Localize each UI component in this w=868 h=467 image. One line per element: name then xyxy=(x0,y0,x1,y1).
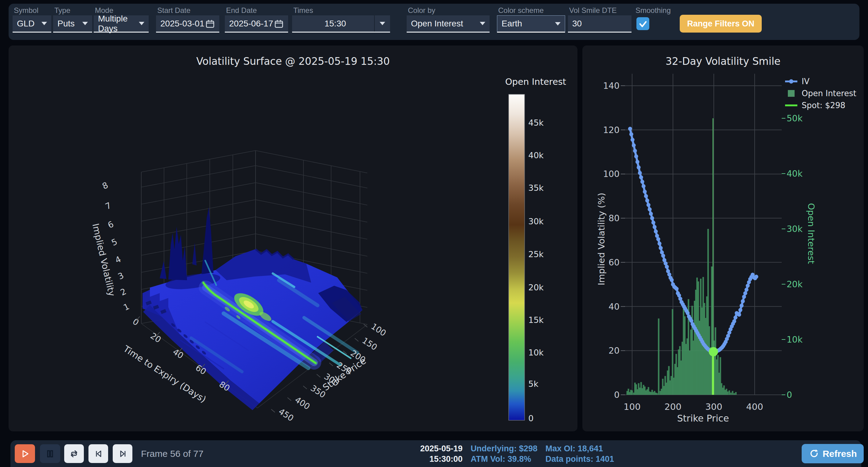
svg-text:10k: 10k xyxy=(786,335,803,345)
range-filters-button[interactable]: Range Filters ON xyxy=(680,15,762,33)
iv-marker xyxy=(636,160,640,164)
iv-marker xyxy=(732,319,736,323)
svg-text:5k: 5k xyxy=(528,379,538,388)
volatility-surface-plot[interactable]: 8765432102040608010015020025030035040045… xyxy=(9,45,578,431)
svg-text:300: 300 xyxy=(705,402,722,412)
iv-marker xyxy=(741,299,745,303)
surface-axis-labels: 8765432102040608010015020025030035040045… xyxy=(90,76,566,423)
times-caret-cell[interactable] xyxy=(374,15,390,32)
status-date: 2025-05-19 xyxy=(420,443,463,454)
svg-text:200: 200 xyxy=(664,402,681,412)
iv-line-swatch-icon xyxy=(784,78,798,85)
svg-text:8: 8 xyxy=(101,180,110,191)
pause-button[interactable] xyxy=(40,444,60,463)
volatility-surface-panel: Volatility Surface @ 2025-05-19 15:30 xyxy=(9,45,578,431)
start-date-input[interactable]: 2025-03-01 xyxy=(156,15,219,33)
iv-marker xyxy=(734,315,738,319)
type-select[interactable]: Puts xyxy=(53,15,92,33)
chevron-down-icon xyxy=(82,22,88,25)
refresh-label: Refresh xyxy=(823,448,857,459)
play-icon xyxy=(20,448,30,459)
svg-text:20: 20 xyxy=(609,346,620,356)
iv-marker xyxy=(745,287,748,291)
iv-marker xyxy=(661,254,665,258)
svg-text:80: 80 xyxy=(609,213,620,223)
svg-text:0: 0 xyxy=(614,390,620,400)
svg-text:400: 400 xyxy=(746,402,763,412)
prev-frame-button[interactable] xyxy=(89,444,108,463)
iv-marker xyxy=(654,229,658,234)
symbol-value: GLD xyxy=(17,19,35,29)
iv-marker xyxy=(656,237,660,241)
end-date-value: 2025-06-17 xyxy=(229,19,273,29)
app: Symbol GLD Type Puts Mode Multiple Days … xyxy=(0,0,868,467)
iv-marker xyxy=(670,278,674,282)
oi-bar xyxy=(730,393,732,395)
svg-text:100: 100 xyxy=(623,402,641,412)
smoothing-checkbox[interactable] xyxy=(637,17,649,30)
loop-icon xyxy=(68,448,80,459)
legend-item-iv[interactable]: IV xyxy=(784,77,856,86)
status-underlying: Underlying: $298 xyxy=(470,443,537,454)
vol-smile-dte-value: 30 xyxy=(572,19,582,29)
iv-marker xyxy=(634,154,638,158)
svg-text:3: 3 xyxy=(116,270,125,281)
start-date-label: Start Date xyxy=(157,6,190,15)
color-scheme-select[interactable]: Earth xyxy=(497,15,565,33)
loop-button[interactable] xyxy=(64,444,84,463)
legend-item-open-interest[interactable]: Open Interest xyxy=(784,89,856,98)
symbol-field: Symbol GLD xyxy=(12,4,51,40)
color-by-select[interactable]: Open Interest xyxy=(407,15,490,33)
iv-marker xyxy=(754,275,758,279)
iv-marker xyxy=(638,171,642,175)
volatility-smile-panel: 32-Day Volatility Smile 0204060801001201… xyxy=(582,45,864,431)
svg-text:150: 150 xyxy=(361,336,379,352)
vol-smile-dte-input[interactable]: 30 xyxy=(568,15,631,33)
iv-marker xyxy=(648,207,652,211)
chevron-down-icon xyxy=(139,22,144,25)
svg-text:60: 60 xyxy=(609,257,620,268)
svg-text:20k: 20k xyxy=(786,279,803,289)
symbol-select[interactable]: GLD xyxy=(12,15,51,33)
play-button[interactable] xyxy=(15,444,35,463)
svg-text:50k: 50k xyxy=(786,113,803,124)
end-date-input[interactable]: 2025-06-17 xyxy=(225,15,288,33)
type-value: Puts xyxy=(57,19,75,29)
mode-value: Multiple Days xyxy=(98,14,139,33)
times-select[interactable]: 15:30 xyxy=(292,15,390,33)
mode-field: Mode Multiple Days xyxy=(94,4,149,40)
chevron-down-icon xyxy=(480,22,485,25)
legend-item-spot[interactable]: Spot: $298 xyxy=(784,101,856,110)
iv-marker xyxy=(653,225,657,229)
mode-select[interactable]: Multiple Days xyxy=(94,15,149,33)
refresh-button[interactable]: Refresh xyxy=(802,444,864,463)
svg-text:5: 5 xyxy=(110,237,119,247)
svg-text:10k: 10k xyxy=(528,348,544,357)
smoothing-label: Smoothing xyxy=(636,6,671,15)
oi-square-swatch-icon xyxy=(784,89,798,97)
iv-marker xyxy=(629,132,633,136)
iv-curve xyxy=(630,129,756,352)
smoothing-field: Smoothing xyxy=(634,4,683,40)
svg-text:20k: 20k xyxy=(528,283,544,292)
status-atm-vol: ATM Vol: 39.8% xyxy=(470,454,537,464)
smile-ylabel-left: Implied Volatility (%) xyxy=(596,193,607,285)
svg-text:45k: 45k xyxy=(528,118,544,127)
iv-marker xyxy=(647,203,651,207)
next-frame-icon xyxy=(117,448,128,459)
next-frame-button[interactable] xyxy=(113,444,132,463)
start-date-field: Start Date 2025-03-01 xyxy=(156,4,219,40)
svg-text:100: 100 xyxy=(370,321,388,338)
iv-marker xyxy=(633,149,637,153)
svg-text:20: 20 xyxy=(149,331,163,345)
svg-text:30k: 30k xyxy=(528,217,544,226)
oi-bar xyxy=(728,391,730,395)
svg-text:15k: 15k xyxy=(528,315,544,325)
iv-marker xyxy=(738,308,742,312)
iv-marker xyxy=(639,176,643,180)
svg-text:0: 0 xyxy=(786,390,792,400)
spot-oi-bar xyxy=(712,353,714,395)
iv-marker xyxy=(650,216,654,220)
color-scheme-value: Earth xyxy=(502,19,522,29)
svg-text:Implied Volatility: Implied Volatility xyxy=(90,222,117,297)
